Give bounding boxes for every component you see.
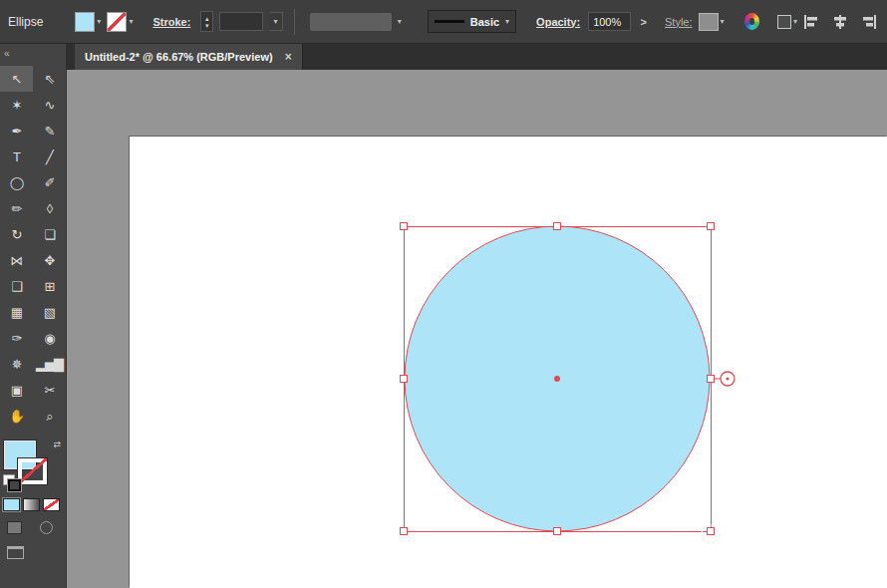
- gradient-tool[interactable]: ▧: [33, 299, 66, 325]
- document-tab-title: Untitled-2* @ 66.67% (RGB/Preview): [85, 51, 273, 63]
- artboard[interactable]: [130, 137, 887, 588]
- transform-icon: [777, 15, 791, 29]
- tab-bar: Untitled-2* @ 66.67% (RGB/Preview) ×: [67, 44, 887, 70]
- eyedropper-tool[interactable]: ✑: [0, 325, 33, 351]
- draw-normal-button[interactable]: [7, 521, 22, 534]
- blend-tool[interactable]: ◉: [33, 325, 66, 351]
- eraser-tool[interactable]: ◊: [33, 195, 66, 221]
- canvas-area[interactable]: [67, 70, 887, 588]
- separator: [294, 9, 295, 35]
- magic-wand-tool-icon: ✶: [12, 99, 22, 112]
- selection-tool[interactable]: ↖: [0, 66, 33, 92]
- scale-tool[interactable]: ❏: [33, 221, 66, 247]
- line-segment-tool[interactable]: ╱: [33, 144, 66, 169]
- color-mode-buttons: [0, 492, 66, 511]
- blend-tool-icon: ◉: [44, 332, 54, 345]
- style-swatch[interactable]: [699, 13, 719, 31]
- gradient-button[interactable]: [23, 498, 40, 511]
- step-down-icon[interactable]: ▾: [205, 22, 209, 29]
- fill-swatch[interactable]: [75, 12, 95, 32]
- opacity-label[interactable]: Opacity:: [536, 16, 580, 28]
- free-transform-tool[interactable]: ✥: [33, 247, 66, 273]
- pen-tool[interactable]: ✒: [0, 118, 33, 144]
- align-left-icon[interactable]: [803, 14, 819, 30]
- column-graph-tool-icon: ▂▅▇: [36, 358, 63, 371]
- opacity-value: 100%: [593, 16, 621, 28]
- direct-selection-tool[interactable]: ⇖: [33, 66, 66, 92]
- stroke-profile-preview: [435, 20, 464, 23]
- mesh-tool[interactable]: ▦: [0, 299, 33, 325]
- document-tab[interactable]: Untitled-2* @ 66.67% (RGB/Preview) ×: [75, 44, 303, 70]
- opacity-input[interactable]: 100%: [588, 12, 630, 31]
- collapse-icon: «: [4, 48, 10, 59]
- tab-close-button[interactable]: ×: [285, 50, 292, 64]
- lasso-tool[interactable]: ∿: [33, 92, 66, 118]
- slice-tool-icon: ✂: [45, 384, 55, 397]
- rotate-tool[interactable]: ↻: [0, 221, 33, 247]
- swap-fill-stroke-icon[interactable]: ⇄: [53, 440, 61, 449]
- zoom-tool[interactable]: ⌕: [33, 403, 66, 429]
- artboard-tool[interactable]: ▣: [0, 377, 33, 403]
- fill-stroke-indicator: ⇄: [0, 439, 66, 492]
- slice-tool[interactable]: ✂: [33, 377, 66, 403]
- symbol-sprayer-tool-icon: ✵: [12, 358, 22, 371]
- width-tool[interactable]: ⋈: [0, 247, 33, 273]
- variable-width-profile-dropdown[interactable]: Basic ▾: [428, 10, 516, 33]
- pencil-tool[interactable]: ✏: [0, 195, 33, 221]
- color-button[interactable]: [3, 498, 20, 511]
- chevron-down-icon: ▾: [793, 18, 797, 26]
- chevron-down-icon[interactable]: ▾: [129, 18, 133, 26]
- stroke-weight-dropdown[interactable]: [219, 12, 263, 31]
- opacity-panel-chevron[interactable]: >: [641, 16, 647, 28]
- symbol-sprayer-tool[interactable]: ✵: [0, 351, 33, 377]
- stroke-weight-dropdown-chevron[interactable]: ▾: [269, 12, 283, 31]
- artboard-tool-icon: ▣: [11, 384, 22, 397]
- direct-selection-tool-icon: ⇖: [45, 73, 55, 86]
- panel-collapse-button[interactable]: «: [0, 44, 66, 64]
- zoom-tool-icon: ⌕: [46, 410, 52, 423]
- default-stroke-mini[interactable]: [8, 479, 21, 491]
- stroke-none-swatch[interactable]: [107, 12, 127, 32]
- tools-panel: « ↖⇖✶∿✒✎T╱◯✐✏◊↻❏⋈✥❑⊞▦▧✑◉✵▂▅▇▣✂✋⌕ ⇄: [0, 44, 67, 588]
- chevron-down-icon[interactable]: ▾: [721, 18, 725, 26]
- chevron-down-icon[interactable]: ▾: [97, 18, 101, 26]
- type-tool[interactable]: T: [0, 144, 33, 169]
- graphic-style-dropdown[interactable]: ▾: [699, 13, 725, 31]
- pencil-tool-icon: ✏: [12, 202, 22, 215]
- magic-wand-tool[interactable]: ✶: [0, 92, 33, 118]
- fill-color-control[interactable]: ▾: [75, 12, 101, 32]
- perspective-grid-tool[interactable]: ⊞: [33, 273, 66, 299]
- paintbrush-tool-icon: ✐: [45, 176, 55, 189]
- paintbrush-tool[interactable]: ✐: [33, 169, 66, 195]
- column-graph-tool[interactable]: ▂▅▇: [33, 351, 66, 377]
- chevron-down-icon[interactable]: ▾: [398, 18, 402, 26]
- stroke-proxy[interactable]: [18, 458, 47, 484]
- hand-tool[interactable]: ✋: [0, 403, 33, 429]
- line-segment-tool-icon: ╱: [46, 150, 53, 163]
- screen-mode-button[interactable]: [0, 534, 66, 559]
- stroke-color-control[interactable]: ▾: [107, 12, 133, 32]
- curvature-tool[interactable]: ✎: [33, 118, 66, 144]
- align-center-icon[interactable]: [832, 14, 848, 30]
- type-tool-icon: T: [13, 150, 20, 163]
- drawing-mode-buttons: [0, 511, 66, 534]
- brush-definition-dropdown[interactable]: [310, 13, 392, 31]
- tools-grid: ↖⇖✶∿✒✎T╱◯✐✏◊↻❏⋈✥❑⊞▦▧✑◉✵▂▅▇▣✂✋⌕: [0, 66, 66, 429]
- stroke-weight-stepper[interactable]: ▴ ▾: [200, 11, 213, 32]
- rotate-tool-icon: ↻: [12, 228, 22, 241]
- curvature-tool-icon: ✎: [45, 125, 55, 138]
- recolor-artwork-icon[interactable]: [744, 13, 759, 30]
- gradient-tool-icon: ▧: [44, 306, 55, 319]
- transform-menu[interactable]: ▾: [777, 15, 797, 29]
- eraser-tool-icon: ◊: [47, 202, 52, 215]
- none-button[interactable]: [43, 498, 60, 511]
- ellipse-tool[interactable]: ◯: [0, 169, 33, 195]
- draw-inside-button[interactable]: [40, 521, 53, 534]
- scale-tool-icon: ❏: [44, 228, 55, 241]
- style-label[interactable]: Style:: [665, 16, 693, 28]
- shape-builder-tool[interactable]: ❑: [0, 273, 33, 299]
- stroke-label[interactable]: Stroke:: [152, 16, 190, 28]
- step-up-icon[interactable]: ▴: [205, 15, 209, 22]
- ellipse-tool-icon: ◯: [10, 176, 24, 189]
- align-right-icon[interactable]: [861, 14, 877, 30]
